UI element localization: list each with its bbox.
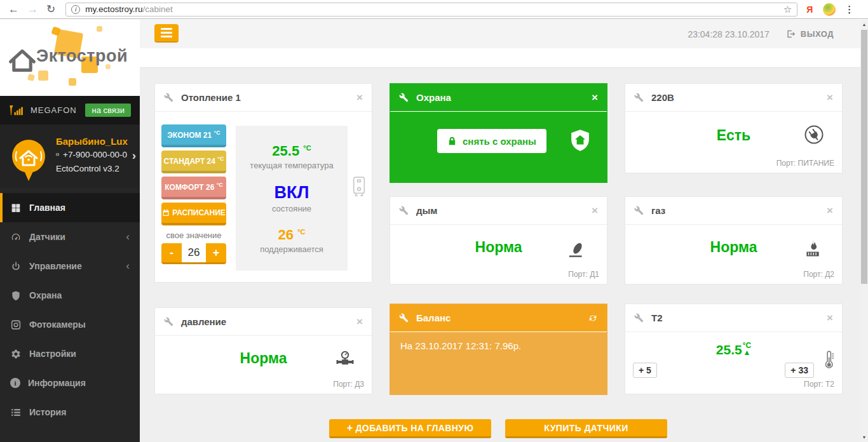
device-model: EctoControl v3.2 — [56, 164, 119, 173]
card-t2: Т2 × 25.5°C▲ + 5 + 33 Порт: Т2 — [625, 304, 843, 394]
card-title: Т2 — [651, 312, 663, 323]
pressure-gauge-icon — [335, 350, 355, 370]
sidebar-item-label: Фотокамеры — [29, 319, 86, 330]
port-label: Порт: Д1 — [568, 270, 599, 279]
card-settings-wrench-icon[interactable] — [399, 206, 409, 215]
app: Эктострой MEGAFON на связи Бары — [0, 20, 868, 442]
buy-sensors-button[interactable]: КУПИТЬ ДАТЧИКИ — [505, 419, 667, 438]
preset-standard-button[interactable]: СТАНДАРТ 24 °C — [161, 151, 226, 173]
t2-temperature-number: 25.5 — [716, 342, 742, 357]
card-settings-wrench-icon[interactable] — [164, 93, 173, 102]
smoke-icon — [567, 239, 587, 260]
card-settings-wrench-icon[interactable] — [634, 93, 644, 102]
degree-unit: °C — [214, 130, 220, 136]
close-icon[interactable]: × — [356, 316, 363, 327]
browser-back-button[interactable]: ← — [8, 4, 19, 15]
browser-toolbar: ← → ↻ i my.ectostroy.ru/cabinet ☆ Я ⋮ — [0, 0, 868, 19]
sidebar-item-sensors[interactable]: Датчики ‹ — [0, 222, 140, 251]
balance-info: На 23.10.2017 12:31: 7.96р. — [390, 332, 607, 359]
sidebar-item-history[interactable]: История — [0, 398, 140, 427]
main-area: 23:04:28 23.10.2017 ВЫХОД Отопление 1 × — [140, 20, 860, 442]
browser-forward-button[interactable]: → — [27, 4, 38, 15]
url-path: /cabinet — [143, 4, 173, 14]
connection-status-badge: на связи — [85, 104, 131, 117]
expand-phone-chevron[interactable]: › — [132, 149, 136, 163]
card-smoke: дым × Норма Порт: Д1 — [390, 196, 607, 285]
card-settings-wrench-icon[interactable] — [399, 93, 409, 102]
yandex-extension-icon[interactable]: Я — [806, 4, 813, 15]
user-panel: Барыбино_Lux +7-900-000-00-0 › EctoContr… — [0, 124, 140, 188]
card-settings-wrench-icon[interactable] — [164, 317, 173, 326]
url-text: my.ectostroy.ru/cabinet — [85, 4, 173, 14]
scroll-down-arrow[interactable]: ▼ — [860, 432, 868, 442]
add-to-home-button[interactable]: + ДОБАВИТЬ НА ГЛАВНУЮ — [329, 419, 491, 438]
scroll-up-arrow[interactable]: ▲ — [860, 20, 868, 29]
close-icon[interactable]: × — [592, 205, 598, 216]
sidebar-item-cameras[interactable]: Фотокамеры — [0, 310, 140, 339]
sidebar-item-label: Датчики — [29, 232, 65, 242]
card-settings-wrench-icon[interactable] — [634, 206, 644, 215]
sidebar-item-settings[interactable]: Настройки — [0, 339, 140, 368]
close-icon[interactable]: × — [592, 92, 598, 103]
card-settings-wrench-icon[interactable] — [634, 313, 644, 323]
list-icon — [10, 408, 22, 417]
browser-reload-button[interactable]: ↻ — [46, 4, 55, 15]
close-icon[interactable]: × — [356, 92, 363, 103]
schedule-button[interactable]: РАСПИСАНИЕ — [161, 203, 226, 225]
current-temperature: 25.5 — [272, 143, 299, 159]
bookmark-star-icon[interactable]: ☆ — [783, 4, 792, 15]
thermometer-icon — [823, 349, 834, 372]
disarm-button[interactable]: снять с охраны — [437, 129, 546, 153]
schedule-label: РАСПИСАНИЕ — [172, 208, 226, 217]
device-avatar-icon[interactable] — [10, 138, 48, 184]
browser-profile-avatar[interactable] — [823, 3, 836, 16]
boiler-icon — [351, 175, 367, 198]
operator-name: MEGAFON — [31, 105, 77, 115]
increase-button[interactable]: + — [206, 243, 226, 262]
address-bar[interactable]: i my.ectostroy.ru/cabinet ☆ — [65, 3, 797, 17]
card-security: Охрана × снять с охраны — [390, 83, 607, 183]
site-info-icon[interactable]: i — [71, 5, 80, 14]
user-name[interactable]: Барыбино_Lux — [56, 136, 128, 147]
browser-menu-icon[interactable]: ⋮ — [844, 4, 854, 15]
preset-econom-button[interactable]: ЭКОНОМ 21 °C — [161, 124, 226, 147]
custom-temperature-value[interactable]: 26 — [182, 243, 206, 262]
sidebar-item-label: Настройки — [29, 349, 76, 359]
sidebar-item-label: История — [29, 407, 66, 417]
card-title: давление — [181, 316, 226, 327]
port-label: Порт: Д2 — [803, 270, 834, 279]
card-balance: Баланс На 23.10.2017 12:31: 7.96р. — [390, 304, 607, 395]
card-title: газ — [651, 205, 665, 216]
page-scrollbar[interactable]: ▲ ▼ — [860, 20, 868, 442]
house-logo-icon — [8, 48, 36, 73]
sidebar-toggle-button[interactable] — [154, 24, 179, 43]
scrollbar-thumb[interactable] — [861, 30, 867, 284]
logout-button[interactable]: ВЫХОД — [786, 29, 834, 39]
power-icon — [10, 261, 22, 272]
card-title: Баланс — [416, 312, 451, 323]
sidebar-item-home[interactable]: Главная — [0, 193, 140, 222]
preset-comfort-button[interactable]: КОМФОРТ 26 °C — [161, 177, 226, 199]
lock-icon — [447, 136, 457, 146]
card-title: Охрана — [416, 92, 451, 103]
card-settings-wrench-icon[interactable] — [399, 313, 409, 323]
gas-burner-icon — [804, 239, 822, 259]
shield-home-icon — [569, 128, 592, 152]
refresh-icon[interactable] — [588, 313, 598, 323]
decrease-button[interactable]: - — [161, 243, 182, 262]
sidebar-item-control[interactable]: Управление ‹ — [0, 251, 140, 281]
buy-sensors-label: КУПИТЬ ДАТЧИКИ — [544, 423, 628, 433]
close-icon[interactable]: × — [827, 205, 833, 216]
temperature-stepper: - 26 + — [161, 243, 226, 264]
sidebar-item-security[interactable]: Охрана — [0, 281, 140, 310]
card-heating: Отопление 1 × ЭКОНОМ 21 °C СТАНДАРТ 24 °… — [154, 83, 372, 283]
datetime-display: 23:04:28 23.10.2017 — [688, 29, 769, 39]
sidebar-item-information[interactable]: i Информация — [0, 368, 140, 398]
degree-unit: °C — [297, 227, 305, 235]
degree-unit: °C — [217, 182, 223, 188]
sidebar-item-label: Информация — [28, 378, 86, 388]
trend-up-icon: ▲ — [743, 349, 751, 356]
dashboard: Отопление 1 × ЭКОНОМ 21 °C СТАНДАРТ 24 °… — [140, 68, 860, 442]
close-icon[interactable]: × — [827, 312, 833, 323]
close-icon[interactable]: × — [827, 92, 833, 103]
